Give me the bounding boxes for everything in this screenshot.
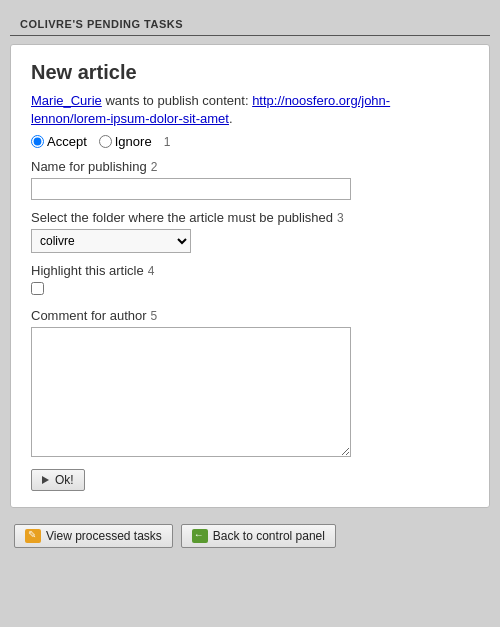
ok-button-label: Ok! bbox=[55, 473, 74, 487]
ignore-radio[interactable] bbox=[99, 135, 112, 148]
accept-label: Accept bbox=[47, 134, 87, 149]
main-card: New article Marie_Curie wants to publish… bbox=[10, 44, 490, 508]
name-for-publishing-label: Name for publishing bbox=[31, 159, 147, 174]
ignore-label: Ignore bbox=[115, 134, 152, 149]
play-icon bbox=[42, 476, 49, 484]
page-title-bar: Colivre's Pending Tasks bbox=[10, 10, 490, 36]
name-for-publishing-input[interactable] bbox=[31, 178, 351, 200]
highlight-checkbox-row bbox=[31, 282, 469, 298]
radio-row: Accept Ignore 1 bbox=[31, 134, 469, 149]
author-link[interactable]: Marie_Curie bbox=[31, 93, 102, 108]
step2-label-row: Name for publishing 2 bbox=[31, 159, 469, 174]
step2-number: 2 bbox=[151, 160, 158, 174]
highlight-label-text: Highlight this article bbox=[31, 263, 144, 278]
back-icon bbox=[192, 529, 208, 543]
highlight-checkbox[interactable] bbox=[31, 282, 44, 295]
card-title: New article bbox=[31, 61, 469, 84]
bottom-bar: View processed tasks Back to control pan… bbox=[10, 518, 490, 554]
ignore-radio-label[interactable]: Ignore bbox=[99, 134, 152, 149]
step5-label-row: Comment for author 5 bbox=[31, 308, 469, 323]
step1-number: 1 bbox=[164, 135, 171, 149]
folder-select[interactable]: colivre bbox=[31, 229, 191, 253]
accept-radio[interactable] bbox=[31, 135, 44, 148]
view-processed-tasks-label: View processed tasks bbox=[46, 529, 162, 543]
step3-number: 3 bbox=[337, 211, 344, 225]
wants-text: wants to publish content: bbox=[102, 93, 252, 108]
view-tasks-icon bbox=[25, 529, 41, 543]
step3-label-row: Select the folder where the article must… bbox=[31, 210, 469, 225]
back-to-control-panel-button[interactable]: Back to control panel bbox=[181, 524, 336, 548]
comment-label-text: Comment for author bbox=[31, 308, 147, 323]
page-wrapper: Colivre's Pending Tasks New article Mari… bbox=[10, 10, 490, 554]
page-title: Colivre's Pending Tasks bbox=[20, 18, 183, 30]
view-processed-tasks-button[interactable]: View processed tasks bbox=[14, 524, 173, 548]
step4-number: 4 bbox=[148, 264, 155, 278]
wants-to-publish: Marie_Curie wants to publish content: ht… bbox=[31, 92, 469, 128]
back-to-control-panel-label: Back to control panel bbox=[213, 529, 325, 543]
ok-button[interactable]: Ok! bbox=[31, 469, 85, 491]
step4-label-row: Highlight this article 4 bbox=[31, 263, 469, 278]
step5-number: 5 bbox=[151, 309, 158, 323]
comment-textarea[interactable] bbox=[31, 327, 351, 457]
folder-label-text: Select the folder where the article must… bbox=[31, 210, 333, 225]
accept-radio-label[interactable]: Accept bbox=[31, 134, 87, 149]
